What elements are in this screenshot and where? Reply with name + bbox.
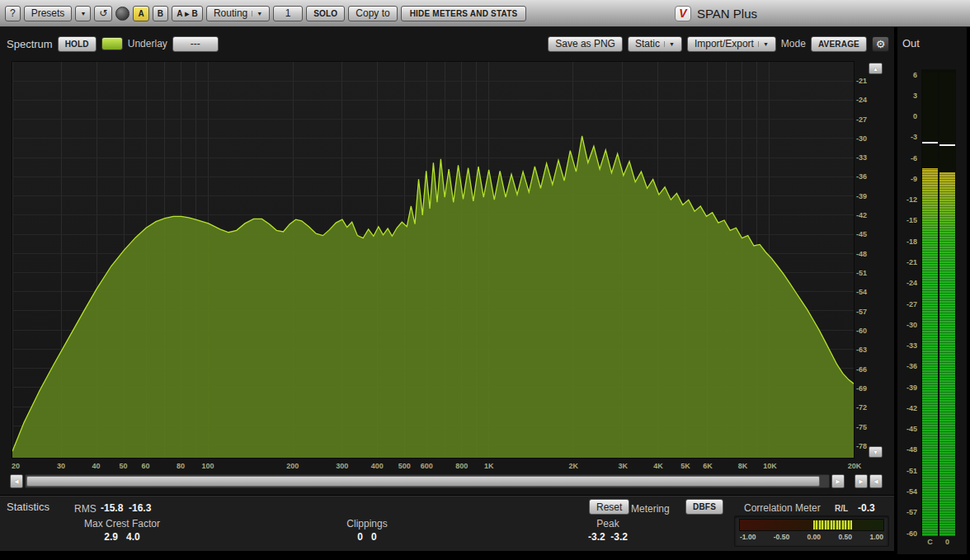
db-tick-label: -33 — [856, 153, 867, 162]
correlation-value-bar — [813, 520, 852, 529]
chevron-down-icon: ▼ — [664, 41, 675, 47]
freq-tick-label: 3K — [619, 462, 629, 470]
scroll-left-button[interactable]: ◀ — [10, 474, 23, 488]
rms-values: -15.8 -16.3 — [101, 502, 151, 514]
db-tick-label: -78 — [856, 442, 867, 450]
help-button[interactable]: ? — [5, 6, 21, 21]
db-tick-label: -48 — [856, 250, 867, 258]
routing-button[interactable]: Routing ▼ — [206, 6, 270, 21]
undo-icon[interactable]: ↺ — [94, 6, 112, 21]
meter-scale-label: -6 — [911, 154, 917, 162]
hide-meters-and-stats-button[interactable]: HIDE METERS AND STATS — [401, 6, 527, 21]
scrollbar-handle[interactable] — [26, 476, 820, 487]
freq-tick-label: 300 — [336, 462, 348, 470]
db-tick-label: -69 — [856, 384, 867, 393]
program-number[interactable]: 1 — [273, 6, 303, 21]
db-tick-label: -66 — [856, 365, 867, 374]
meter-scale-label: 3 — [913, 92, 917, 100]
dbfs-button[interactable]: DBFS — [685, 499, 723, 515]
meter-scale-label: -15 — [906, 216, 917, 224]
range-down-button[interactable]: ▼ — [869, 446, 883, 458]
copy-to-button[interactable]: Copy to — [348, 6, 397, 21]
meter-scale-label: -60 — [906, 529, 917, 538]
peak-marker-left — [922, 142, 938, 144]
freq-tick-label: 50 — [120, 462, 128, 470]
correlation-scale-label: 1.00 — [869, 533, 883, 541]
db-tick-label: -42 — [856, 211, 867, 219]
freq-tick-label: 8K — [738, 462, 748, 470]
save-as-png-button[interactable]: Save as PNG — [548, 36, 623, 52]
meter-scale-label: -51 — [906, 467, 917, 475]
presets-button[interactable]: Presets — [24, 6, 73, 21]
meter-scale-label: -18 — [906, 238, 917, 246]
app-logo: V SPAN Plus — [675, 6, 757, 21]
correlation-meter-label: Correlation Meter — [744, 502, 821, 514]
mode-label: Mode — [781, 38, 806, 49]
meter-scale-label: -54 — [906, 487, 917, 496]
peak-marker-right — [939, 144, 955, 146]
meter-bar-left — [922, 73, 938, 536]
scrollbar-track[interactable] — [25, 474, 830, 488]
chevron-down-icon: ▼ — [758, 41, 769, 47]
db-tick-label: -72 — [856, 403, 867, 412]
meter-scale-label: -36 — [906, 362, 917, 370]
clippings-values: 0 0 — [357, 531, 376, 543]
underlay-select-button[interactable]: --- — [172, 36, 219, 52]
ab-b-button[interactable]: B — [153, 6, 168, 21]
static-mode-button[interactable]: Static ▼ — [628, 36, 682, 52]
statistics-panel: Statistics RMS -15.8 -16.3 Reset Meterin… — [0, 495, 894, 551]
hold-button[interactable]: HOLD — [58, 36, 97, 52]
scroll-right-button[interactable]: ▶ — [831, 474, 845, 488]
freq-tick-label: 60 — [141, 462, 149, 470]
correlation-bar — [739, 519, 884, 531]
db-tick-label: -60 — [856, 327, 867, 335]
freq-tick-label: 5K — [680, 462, 690, 470]
freq-tick-label: 2K — [569, 462, 579, 470]
freq-tick-label: 500 — [398, 462, 411, 470]
db-axis: -21-24-27-30-33-36-39-42-45-48-51-54-57-… — [855, 61, 868, 459]
clip-label: C — [922, 538, 938, 546]
round-knob[interactable] — [115, 7, 129, 21]
correlation-scale-label: 0.50 — [838, 533, 852, 541]
crest-factor-label: Max Crest Factor — [84, 518, 160, 529]
freq-tick-label: 4K — [653, 462, 663, 470]
meter-scale-label: -21 — [906, 258, 917, 266]
db-tick-label: -30 — [856, 134, 867, 143]
meter-scale-label: -12 — [906, 195, 917, 204]
meter-scale-label: -42 — [906, 404, 917, 412]
correlation-scale-label: -0.50 — [774, 533, 789, 541]
meter-scale-label: -30 — [906, 321, 917, 329]
peak-group: Peak -3.2 -3.2 — [554, 518, 662, 543]
meter-scale-label: -27 — [906, 300, 917, 308]
freq-zoom-in-button[interactable]: ▶ — [855, 474, 868, 488]
freq-tick-label: 30 — [57, 462, 65, 470]
freq-tick-label: 800 — [455, 462, 468, 470]
chevron-down-icon: ▼ — [252, 11, 262, 16]
reset-button[interactable]: Reset — [589, 499, 629, 515]
clippings-label: Clippings — [346, 518, 387, 529]
db-tick-label: -75 — [856, 423, 867, 431]
out-meter-label: Out — [902, 37, 920, 49]
crest-factor-group: Max Crest Factor 2.9 4.0 — [68, 518, 176, 543]
meter-unlit-left — [922, 73, 938, 168]
import-export-button[interactable]: Import/Export ▼ — [687, 36, 776, 52]
freq-zoom-out-button[interactable]: ◀ — [869, 474, 883, 488]
solo-button[interactable]: SOLO — [306, 6, 345, 21]
range-up-button[interactable]: ▲ — [869, 63, 883, 74]
correlation-scale-label: 0.00 — [808, 533, 822, 541]
freq-tick-label: 20 — [12, 462, 20, 470]
mode-average-button[interactable]: AVERAGE — [811, 36, 867, 52]
meter-unlit-right — [939, 73, 955, 172]
spectrum-color-button[interactable] — [101, 37, 123, 50]
output-level-meter: 630-3-6-9-12-15-18-21-24-27-30-33-36-39-… — [897, 69, 967, 554]
ab-a-button[interactable]: A — [133, 6, 148, 21]
rl-value: -0.3 — [858, 502, 875, 514]
a-to-b-copy-button[interactable]: A ▸ B — [172, 6, 203, 21]
peak-label: Peak — [596, 518, 619, 529]
presets-dropdown-arrow-icon[interactable]: ▼ — [75, 6, 91, 21]
spectrum-plot[interactable] — [12, 61, 855, 459]
db-tick-label: -45 — [856, 230, 867, 238]
freq-tick-label: 200 — [286, 462, 299, 470]
freq-tick-label: 20K — [848, 462, 862, 470]
settings-gear-icon[interactable]: ⚙ — [872, 36, 889, 52]
